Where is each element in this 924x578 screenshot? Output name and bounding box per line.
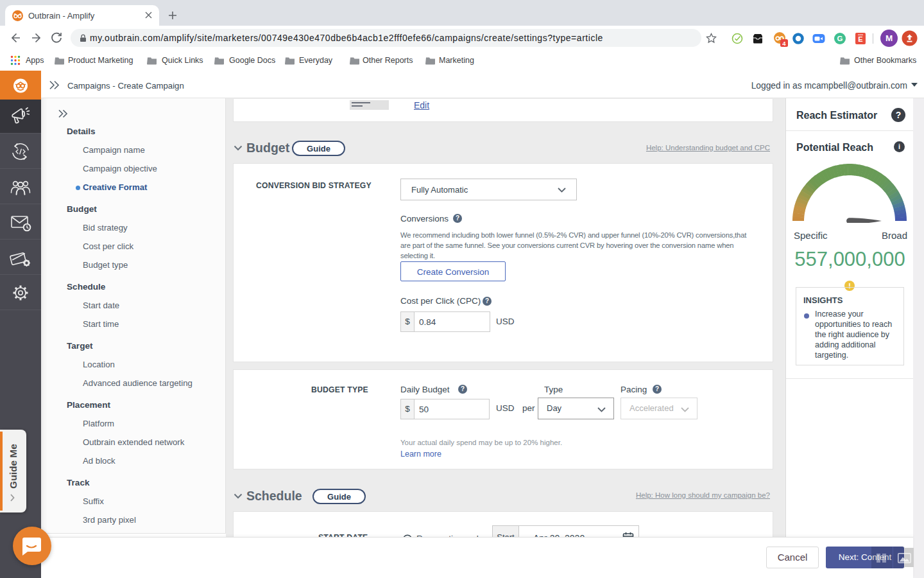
svg-text:Guide Me: Guide Me — [8, 444, 19, 489]
svg-text:E: E — [858, 35, 862, 43]
svg-text:G: G — [837, 35, 843, 42]
svg-text:4: 4 — [782, 40, 786, 47]
